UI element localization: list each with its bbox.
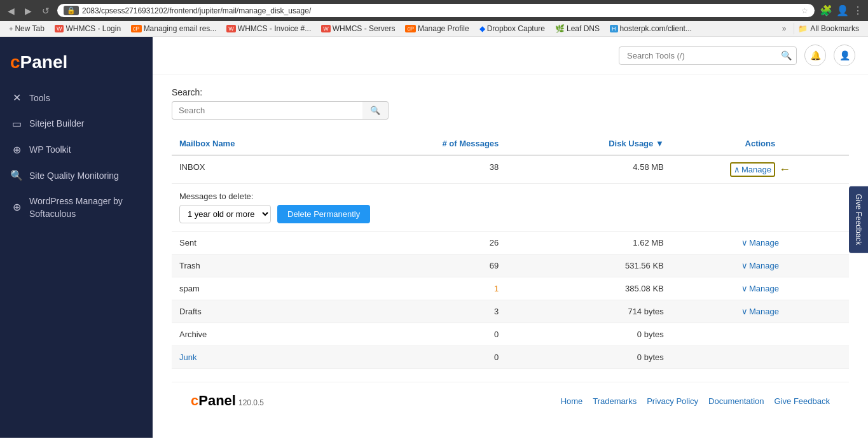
manage-inbox-label: Manage [741, 165, 771, 174]
hosterpk-icon: H [610, 25, 618, 32]
mailbox-drafts: Drafts [172, 300, 338, 323]
footer-logo-c: c [191, 393, 198, 408]
footer-privacy-link[interactable]: Privacy Policy [647, 396, 698, 406]
delete-section: Messages to delete: 1 year old or more D… [172, 184, 849, 232]
messages-archive: 0 [338, 323, 506, 346]
bookmark-label: Leaf DNS [567, 24, 600, 33]
actions-sent: ∨ Manage [672, 232, 849, 254]
bookmark-whmcs-servers[interactable]: W WHMCS - Servers [317, 23, 399, 34]
sidebar-sitejet-label: Sitejet Builder [29, 118, 84, 130]
whmcs-icon: W [226, 25, 236, 32]
sitejet-icon: ▭ [10, 118, 23, 131]
reload-button[interactable]: ↺ [39, 4, 52, 17]
expand-icon: ∧ [734, 165, 740, 174]
sidebar-item-wordpress-manager[interactable]: ⊕ WordPress Manager by Softaculous [0, 189, 153, 226]
sidebar-item-tools[interactable]: ✕ Tools [0, 85, 153, 111]
main-layout: cPanel ✕ Tools ▭ Sitejet Builder ⊕ WP To… [0, 37, 868, 438]
sidebar-item-wptoolkit[interactable]: ⊕ WP Toolkit [0, 137, 153, 164]
bookmark-whmcs-invoice[interactable]: W WHMCS - Invoice #... [223, 23, 315, 34]
bookmark-managing-email[interactable]: cP Managing email res... [127, 23, 220, 34]
table-row: Drafts 3 714 bytes ∨ Manage [172, 300, 849, 323]
messages-junk: 0 [338, 346, 506, 369]
sidebar-logo: cPanel [0, 47, 153, 85]
profile-btn[interactable]: 👤 [836, 4, 849, 17]
user-profile-button[interactable]: 👤 [834, 45, 855, 66]
footer-logo-text: cPanel [191, 393, 236, 409]
table-row: INBOX 38 4.58 MB ∧ Manage [172, 155, 849, 184]
url-bar[interactable]: 🔒 2083/cpsess2716931202/frontend/jupiter… [57, 4, 815, 17]
search-input[interactable] [172, 101, 362, 120]
whmcs-icon: W [55, 25, 64, 32]
bell-icon: 🔔 [810, 50, 821, 60]
bookmark-label: hosterpk.com/client... [620, 24, 692, 33]
delete-timeframe-select[interactable]: 1 year old or more [179, 205, 271, 223]
disk-trash: 531.56 KB [506, 254, 671, 277]
table-row: Junk 0 0 bytes [172, 346, 849, 369]
bookmark-hosterpk[interactable]: H hosterpk.com/client... [606, 23, 696, 34]
delete-options-row: Messages to delete: 1 year old or more D… [172, 184, 849, 232]
col-messages: # of Messages [338, 132, 506, 155]
bookmark-star[interactable]: ☆ [801, 6, 808, 15]
extensions-btn[interactable]: 🧩 [820, 4, 832, 17]
footer-home-link[interactable]: Home [561, 396, 583, 406]
footer-trademarks-link[interactable]: Trademarks [593, 396, 637, 406]
messages-spam: 1 [338, 277, 506, 300]
bookmark-label: Managing email res... [144, 24, 217, 33]
search-input-row: 🔍 [172, 101, 849, 120]
mailbox-sent: Sent [172, 232, 338, 254]
bookmark-leaf-dns[interactable]: 🌿 Leaf DNS [551, 23, 603, 34]
collapse-icon: ∨ [741, 238, 748, 247]
sidebar-item-site-quality[interactable]: 🔍 Site Quality Monitoring [0, 163, 153, 189]
disk-junk: 0 bytes [506, 346, 671, 369]
manage-inbox-link[interactable]: ∧ Manage [734, 165, 771, 174]
logo-c: c [10, 52, 20, 72]
collapse-icon: ∨ [741, 261, 748, 270]
bookmark-manage-profile[interactable]: cP Manage Profile [401, 23, 472, 34]
footer-docs-link[interactable]: Documentation [708, 396, 764, 406]
manage-drafts-link[interactable]: ∨ Manage [741, 307, 779, 316]
bookmark-dropbox[interactable]: ◆ Dropbox Capture [476, 23, 549, 34]
actions-archive [672, 323, 849, 346]
collapse-icon: ∨ [741, 307, 748, 316]
manage-drafts-label: Manage [749, 307, 779, 316]
actions-junk [672, 346, 849, 369]
sidebar-item-sitejet[interactable]: ▭ Sitejet Builder [0, 111, 153, 137]
footer-feedback-link[interactable]: Give Feedback [775, 396, 830, 406]
delete-controls: 1 year old or more Delete Permanently [179, 205, 841, 223]
mailbox-archive: Archive [172, 323, 338, 346]
search-tools-input[interactable] [619, 46, 797, 65]
tools-icon: ✕ [10, 92, 23, 105]
url-text: 2083/cpsess2716931202/frontend/jupiter/m… [82, 6, 798, 15]
search-tools-btn[interactable]: 🔍 [781, 50, 792, 60]
feedback-widget[interactable]: Give Feedback [849, 186, 868, 253]
bookmark-label: Dropbox Capture [487, 24, 545, 33]
delete-permanently-button[interactable]: Delete Permanently [277, 205, 370, 223]
table-row: Trash 69 531.56 KB ∨ Manage [172, 254, 849, 277]
sidebar: cPanel ✕ Tools ▭ Sitejet Builder ⊕ WP To… [0, 37, 153, 438]
bookmarks-more-btn[interactable]: » [780, 23, 789, 34]
back-button[interactable]: ◀ [5, 4, 17, 17]
manage-spam-link[interactable]: ∨ Manage [741, 284, 779, 293]
col-mailbox-name: Mailbox Name [172, 132, 338, 155]
search-button[interactable]: 🔍 [362, 101, 389, 120]
manage-sent-link[interactable]: ∨ Manage [741, 238, 779, 247]
bookmark-whmcs-login[interactable]: W WHMCS - Login [51, 23, 125, 34]
sidebar-tools-label: Tools [29, 92, 50, 105]
search-icon: 🔍 [370, 106, 380, 115]
manage-inbox-highlighted: ∧ Manage [730, 162, 775, 177]
manage-trash-link[interactable]: ∨ Manage [741, 261, 779, 270]
table-row: Archive 0 0 bytes [172, 323, 849, 346]
footer-links: Home Trademarks Privacy Policy Documenta… [561, 396, 830, 406]
disk-spam: 385.08 KB [506, 277, 671, 300]
search-tools-wrapper: 🔍 [619, 46, 797, 65]
all-bookmarks-btn[interactable]: 📁 All Bookmarks [794, 23, 863, 34]
forward-button[interactable]: ▶ [22, 4, 34, 17]
browser-chrome: ◀ ▶ ↺ 🔒 2083/cpsess2716931202/frontend/j… [0, 0, 868, 21]
menu-btn[interactable]: ⋮ [853, 4, 863, 17]
search-monitor-icon: 🔍 [10, 169, 23, 183]
notifications-button[interactable]: 🔔 [804, 45, 826, 66]
bookmark-new-tab[interactable]: + New Tab [5, 23, 48, 34]
messages-drafts: 3 [338, 300, 506, 323]
junk-label: Junk [179, 352, 196, 362]
all-bookmarks-label: All Bookmarks [810, 24, 859, 33]
